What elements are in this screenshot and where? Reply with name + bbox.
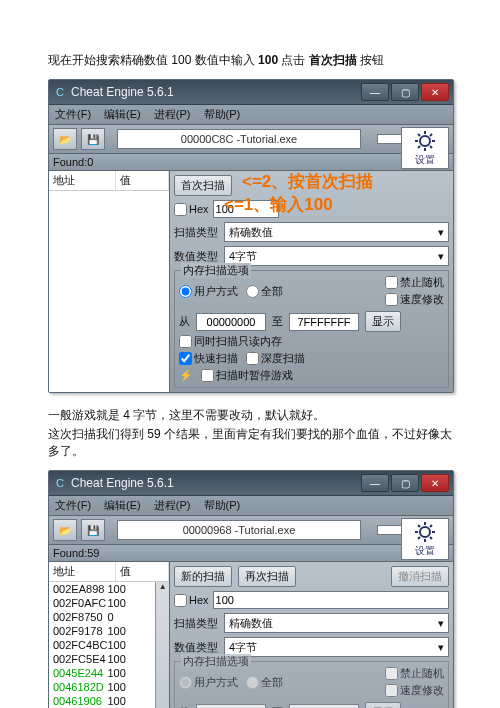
first-scan-button[interactable]: 首次扫描 <box>174 175 232 196</box>
show-button: 显示 <box>365 702 401 708</box>
caption-1: 现在开始搜索精确数值 100 数值中输入 100 点击 首次扫描 按钮 <box>48 52 452 69</box>
menubar: 文件(F) 编辑(E) 进程(P) 帮助(P) <box>49 105 453 125</box>
window-scan-2: C Cheat Engine 5.6.1 — ▢ ✕ 文件(F) 编辑(E) 进… <box>48 470 454 708</box>
menu-edit[interactable]: 编辑(E) <box>104 108 141 120</box>
range-to-input <box>289 704 359 709</box>
close-button[interactable]: ✕ <box>421 474 449 492</box>
app-icon: C <box>53 476 67 490</box>
range-from-input <box>196 704 266 709</box>
col-address[interactable]: 地址 <box>49 171 116 190</box>
value-type-dropdown[interactable]: 4字节▾ <box>224 637 449 657</box>
menu-process[interactable]: 进程(P) <box>154 499 191 511</box>
open-process-button[interactable]: 📂 <box>53 128 77 150</box>
col-address[interactable]: 地址 <box>49 562 116 581</box>
lightning-icon: ⚡ <box>179 369 193 382</box>
menu-file[interactable]: 文件(F) <box>55 499 91 511</box>
memory-options-fieldset: 内存扫描选项 用户方式 全部 禁止随机 速度修改 从 至 显示 同时扫描只读 <box>174 661 449 708</box>
window-scan-1: C Cheat Engine 5.6.1 — ▢ ✕ 文件(F) 编辑(E) 进… <box>48 79 454 393</box>
svg-point-1 <box>420 527 430 537</box>
open-process-button[interactable]: 📂 <box>53 519 77 541</box>
titlebar[interactable]: C Cheat Engine 5.6.1 — ▢ ✕ <box>49 80 453 105</box>
all-radio[interactable]: 全部 <box>246 675 283 690</box>
table-row[interactable]: 0045E244100 <box>49 666 155 680</box>
chevron-down-icon: ▾ <box>438 641 444 654</box>
value-type-label: 数值类型 <box>174 640 218 655</box>
table-row[interactable]: 00461906100 <box>49 694 155 708</box>
forbid-random-check[interactable]: 禁止随机 <box>385 275 444 290</box>
show-button[interactable]: 显示 <box>365 311 401 332</box>
scroll-up-icon[interactable]: ▲ <box>159 582 167 591</box>
readonly-check[interactable]: 同时扫描只读内存 <box>179 334 282 349</box>
undo-scan-button[interactable]: 撤消扫描 <box>391 566 449 587</box>
memory-options-legend: 内存扫描选项 <box>181 263 251 278</box>
results-panel: 地址 值 002EA898100002F0AFC100002F87500002F… <box>49 562 170 708</box>
forbid-random-check[interactable]: 禁止随机 <box>385 666 444 681</box>
maximize-button[interactable]: ▢ <box>391 474 419 492</box>
fast-scan-check[interactable]: 快速扫描 <box>179 351 238 366</box>
all-radio[interactable]: 全部 <box>246 284 283 299</box>
svg-point-0 <box>420 136 430 146</box>
range-from-input[interactable] <box>196 313 266 331</box>
menu-help[interactable]: 帮助(P) <box>204 108 241 120</box>
scan-type-dropdown[interactable]: 精确数值▾ <box>224 613 449 633</box>
speed-hack-check[interactable]: 速度修改 <box>385 683 444 698</box>
col-value[interactable]: 值 <box>116 171 169 190</box>
process-target-box[interactable]: 00000C8C -Tutorial.exe <box>117 129 361 149</box>
titlebar[interactable]: C Cheat Engine 5.6.1 — ▢ ✕ <box>49 471 453 496</box>
table-row[interactable]: 002FC5E4100 <box>49 652 155 666</box>
value-type-dropdown[interactable]: 4字节▾ <box>224 246 449 266</box>
chevron-down-icon: ▾ <box>438 617 444 630</box>
menubar: 文件(F) 编辑(E) 进程(P) 帮助(P) <box>49 496 453 516</box>
hex-checkbox[interactable]: Hex <box>174 203 209 216</box>
caption-2a: 一般游戏就是 4 字节，这里不需要改动，默认就好。 <box>48 407 452 424</box>
user-mode-radio[interactable]: 用户方式 <box>179 284 238 299</box>
new-scan-button[interactable]: 新的扫描 <box>174 566 232 587</box>
menu-process[interactable]: 进程(P) <box>154 108 191 120</box>
process-target-box[interactable]: 00000968 -Tutorial.exe <box>117 520 361 540</box>
speed-hack-check[interactable]: 速度修改 <box>385 292 444 307</box>
value-input[interactable] <box>213 200 279 218</box>
caption-2b: 这次扫描我们得到 59 个结果，里面肯定有我们要找的那个血值，不过好像太多了。 <box>48 426 452 460</box>
deep-scan-check[interactable]: 深度扫描 <box>246 351 305 366</box>
scan-type-dropdown[interactable]: 精确数值▾ <box>224 222 449 242</box>
range-to-input[interactable] <box>289 313 359 331</box>
save-button[interactable]: 💾 <box>81 519 105 541</box>
maximize-button[interactable]: ▢ <box>391 83 419 101</box>
settings-box[interactable]: 设置 <box>401 127 449 169</box>
found-bar: Found:0 <box>49 154 453 171</box>
menu-edit[interactable]: 编辑(E) <box>104 499 141 511</box>
scan-options-panel: <=2、按首次扫描 <=1、输入100 首次扫描 Hex 扫描类型 精确数值▾ … <box>170 171 453 392</box>
table-row[interactable]: 002EA898100 <box>49 582 155 596</box>
to-label: 至 <box>272 314 283 329</box>
window-title: Cheat Engine 5.6.1 <box>71 85 174 99</box>
minimize-button[interactable]: — <box>361 474 389 492</box>
col-value[interactable]: 值 <box>116 562 169 581</box>
toolbar: 📂 💾 00000C8C -Tutorial.exe 设置 <box>49 125 453 154</box>
from-label: 从 <box>179 314 190 329</box>
table-row[interactable]: 002F9178100 <box>49 624 155 638</box>
memory-options-fieldset: 内存扫描选项 用户方式 全部 禁止随机 速度修改 从 至 显示 <box>174 270 449 388</box>
menu-file[interactable]: 文件(F) <box>55 108 91 120</box>
table-row[interactable]: 0046182D100 <box>49 680 155 694</box>
settings-box[interactable]: 设置 <box>401 518 449 560</box>
scrollbar[interactable]: ▲▼ <box>155 582 169 708</box>
table-row[interactable]: 002F0AFC100 <box>49 596 155 610</box>
app-icon: C <box>53 85 67 99</box>
hex-checkbox[interactable]: Hex <box>174 594 209 607</box>
menu-help[interactable]: 帮助(P) <box>204 499 241 511</box>
next-scan-button[interactable]: 再次扫描 <box>238 566 296 587</box>
value-type-label: 数值类型 <box>174 249 218 264</box>
window-title: Cheat Engine 5.6.1 <box>71 476 174 490</box>
toolbar: 📂 💾 00000968 -Tutorial.exe 设置 <box>49 516 453 545</box>
scan-type-label: 扫描类型 <box>174 225 218 240</box>
table-row[interactable]: 002F87500 <box>49 610 155 624</box>
close-button[interactable]: ✕ <box>421 83 449 101</box>
table-row[interactable]: 002FC4BC100 <box>49 638 155 652</box>
pause-game-check[interactable]: 扫描时暂停游戏 <box>201 368 293 383</box>
gear-icon <box>413 129 437 153</box>
value-input[interactable] <box>213 591 449 609</box>
save-button[interactable]: 💾 <box>81 128 105 150</box>
user-mode-radio[interactable]: 用户方式 <box>179 675 238 690</box>
minimize-button[interactable]: — <box>361 83 389 101</box>
results-body[interactable]: 002EA898100002F0AFC100002F87500002F91781… <box>49 582 169 708</box>
